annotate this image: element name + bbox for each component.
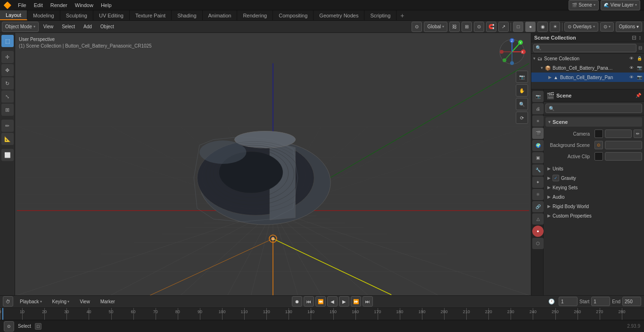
mesh-eye-icon[interactable]: 👁 [629,75,634,80]
camera-view-btn[interactable]: 📷 [516,71,528,83]
tab-sculpting[interactable]: Sculpting [60,10,93,20]
tab-animation[interactable]: Animation [203,10,238,20]
orbit-btn[interactable]: ⟳ [516,112,528,124]
tab-geometry-nodes[interactable]: Geometry Nodes [314,10,364,20]
playback-menu[interactable]: Playback ▾ [16,297,46,306]
jump-start-btn[interactable]: ⏮ [304,296,314,307]
tab-uv-editing[interactable]: UV Editing [93,10,130,20]
gravity-header[interactable]: ▶ ✓ Gravity [545,174,642,182]
audio-header[interactable]: ▶ Audio [545,193,642,201]
tool-move[interactable]: ✥ [1,64,14,76]
tool-transform[interactable]: ⊞ [1,104,14,116]
properties-search-input[interactable] [545,104,642,113]
navigation-gizmo[interactable]: X Y Z [498,38,526,66]
keying-menu[interactable]: Keying ▾ [49,297,74,306]
outliner-item-battery-mesh[interactable]: ▶ ▲ Button_Cell_Battery_Pan 👁 📷 [531,73,644,82]
scene-eye-icon[interactable]: 👁 [629,56,634,61]
step-back-btn[interactable]: ⏪ [315,296,326,307]
battery-eye-icon[interactable]: 👁 [629,65,634,70]
zoom-btn[interactable]: 🔍 [516,98,528,110]
step-fwd-btn[interactable]: ⏩ [351,296,361,307]
rigid-body-header[interactable]: ▶ Rigid Body World [545,202,642,211]
tool-select[interactable]: ⬚ [1,35,14,47]
record-btn[interactable]: ⏺ [292,296,302,307]
tab-layout[interactable]: Layout [0,10,27,20]
hand-tool-btn[interactable]: ✋ [516,84,528,97]
add-menu[interactable]: Add [80,22,96,32]
prop-tab-texture[interactable]: ⬡ [532,238,544,249]
prop-tab-modifiers[interactable]: 🔧 [532,164,544,176]
scene-restrict-icon[interactable]: 🔒 [637,56,642,61]
outliner-search-input[interactable] [533,44,636,52]
graph-icon[interactable]: ↗ [498,22,509,32]
start-frame-input[interactable]: 1 [591,297,610,306]
outliner-item-scene-collection[interactable]: ▾ 🗂 Scene Collection 👁 🔒 [531,54,644,63]
current-frame-input[interactable]: 1 [559,297,578,306]
scene-section-header[interactable]: ▾ Scene [545,117,642,127]
tool-annotate[interactable]: ✏ [1,120,14,132]
outliner-item-battery-collection[interactable]: ▾ 📦 Button_Cell_Battery_Panasor 👁 📷 [531,63,644,73]
camera-value[interactable] [605,130,632,138]
marker-menu[interactable]: Marker [97,297,119,306]
tab-texture-paint[interactable]: Texture Paint [130,10,172,20]
menu-item-help[interactable]: Help [97,0,116,10]
add-workspace-tab[interactable]: + [396,12,408,19]
custom-props-header[interactable]: ▶ Custom Properties [545,211,642,220]
shading-solid[interactable]: ● [525,22,536,32]
shading-material[interactable]: ◉ [537,22,548,32]
outliner-options-icon[interactable]: ⊟ [638,45,642,50]
outliner-filter-icon[interactable]: ⊟ [632,34,636,41]
playhead[interactable] [2,308,3,320]
prop-tab-object[interactable]: ▣ [532,152,544,163]
view-layer-selector[interactable]: 🌊 View Layer ▾ [601,0,640,10]
camera-eyedropper[interactable]: ✏ [634,130,642,138]
prop-tab-physics[interactable]: ⚛ [532,189,544,200]
prop-tab-world[interactable]: 🌍 [532,140,544,151]
gravity-checkbox[interactable]: ✓ [553,175,559,181]
play-back-btn[interactable]: ◀ [327,296,338,307]
snap-toggle[interactable]: 🧲 [486,22,496,32]
tool-cursor[interactable]: ✛ [1,51,14,63]
shading-wireframe[interactable]: □ [513,22,523,32]
shading-rendered[interactable]: ☀ [550,22,560,32]
tool-add-cube[interactable]: ⬜ [1,149,14,161]
proportional-edit[interactable]: ⊙ [474,22,484,32]
prop-tab-data[interactable]: △ [532,213,544,225]
global-transform[interactable]: Global ▾ [424,22,447,32]
select-menu[interactable]: Select [58,22,79,32]
3d-viewport[interactable]: User Perspective (1) Scene Collection | … [15,33,531,295]
prop-tab-scene[interactable]: 🎬 [532,128,544,139]
end-frame-input[interactable]: 250 [622,297,641,306]
tool-scale[interactable]: ⤡ [1,90,14,103]
jump-end-btn[interactable]: ⏭ [363,296,373,307]
timeline-ruler[interactable]: 0102030405060708090100110120130140150160… [0,308,644,320]
gizmos-toggle[interactable]: ⊙ ▾ [600,22,614,32]
view-menu[interactable]: View [40,22,58,32]
timeline-type-selector[interactable]: ⏱ [3,296,13,307]
menu-item-file[interactable]: File [14,0,30,10]
transform-icon2[interactable]: ⊞ [462,22,472,32]
transform-icon1[interactable]: ⛓ [449,22,460,32]
prop-tab-view-layer[interactable]: ≡ [532,115,544,127]
tab-modeling[interactable]: Modeling [27,10,60,20]
menu-item-window[interactable]: Window [71,0,97,10]
mesh-camera-icon[interactable]: 📷 [637,75,642,80]
units-header[interactable]: ▶ Units [545,164,642,173]
prop-tab-material[interactable]: ● [532,226,544,237]
background-scene-value[interactable] [605,141,642,149]
properties-pin-icon[interactable]: 📌 [636,93,641,98]
menu-item-render[interactable]: Render [47,0,71,10]
keying-sets-header[interactable]: ▶ Keying Sets [545,183,642,192]
tab-scripting[interactable]: Scripting [364,10,396,20]
tab-rendering[interactable]: Rendering [237,10,273,20]
overlays-toggle[interactable]: ⊙ Overlays ▾ [564,22,598,32]
tab-shading[interactable]: Shading [172,10,202,20]
tab-compositing[interactable]: Compositing [273,10,314,20]
prop-tab-output[interactable]: 🖨 [532,103,544,114]
mode-selector[interactable]: Object Mode ▾ [2,22,39,32]
active-clip-value[interactable] [605,152,642,161]
prop-tab-constraints[interactable]: 🔗 [532,201,544,212]
prop-tab-render[interactable]: 📷 [532,91,544,102]
tool-rotate[interactable]: ↻ [1,77,14,89]
battery-camera-icon[interactable]: 📷 [637,65,642,70]
